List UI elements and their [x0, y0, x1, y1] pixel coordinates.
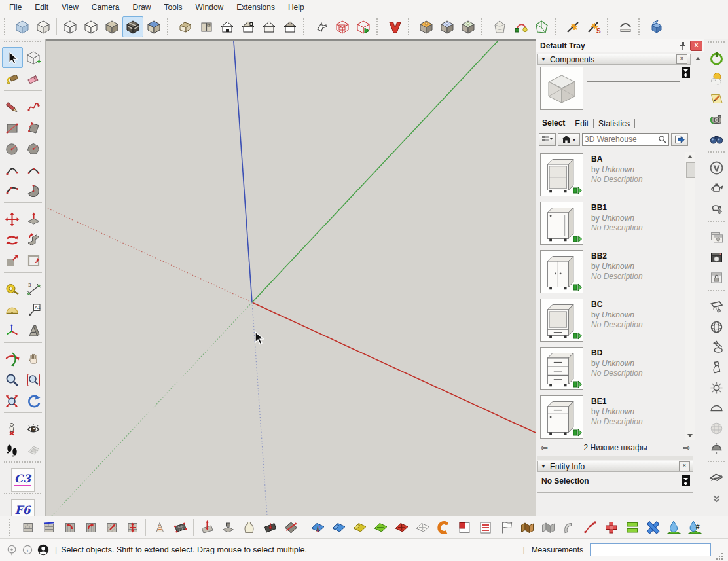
frame-buffer-button[interactable] [706, 247, 727, 268]
menu-window[interactable]: Window [189, 1, 230, 14]
menu-tools[interactable]: Tools [158, 1, 189, 14]
light-ies-button[interactable] [706, 357, 727, 378]
home-dropdown-icon[interactable]: ▼ [572, 137, 577, 142]
toolbar-grip[interactable] [4, 18, 10, 35]
drawing-canvas[interactable] [46, 39, 536, 516]
view-front-button[interactable] [217, 16, 238, 37]
walk-button[interactable] [2, 439, 23, 460]
light-rect-button[interactable] [706, 297, 727, 317]
toolbar-grip[interactable] [555, 18, 560, 35]
toolbar-grip[interactable] [481, 18, 487, 35]
curve-anim-button[interactable] [510, 16, 531, 37]
toolbar-grip[interactable] [607, 18, 613, 35]
blue-box-button[interactable] [646, 16, 667, 37]
follow-me-button[interactable] [24, 229, 45, 250]
polygon-button[interactable] [24, 138, 45, 159]
zoom-window-button[interactable] [24, 369, 45, 390]
sandbox-drape-button[interactable] [238, 517, 259, 538]
tab-statistics[interactable]: Statistics [595, 119, 633, 128]
zoom-button[interactable] [2, 369, 23, 390]
pointing-hand-button[interactable] [311, 16, 332, 37]
style-monochrome-button[interactable] [143, 16, 164, 37]
tray-close-icon[interactable]: x [690, 41, 702, 51]
tray-scroll-up[interactable] [693, 54, 702, 63]
light-half-dome-button[interactable] [706, 439, 727, 459]
three-point-arc-button[interactable] [2, 180, 23, 201]
components-section-header[interactable]: ▼ Components × [537, 54, 691, 65]
freehand-button[interactable] [24, 96, 45, 117]
split-green-button[interactable] [621, 517, 642, 538]
prev-page-icon[interactable]: ⇦ [536, 443, 552, 453]
protractor-button[interactable] [2, 299, 23, 320]
eraser-button[interactable] [24, 68, 45, 89]
paint-bucket-button[interactable] [2, 68, 23, 89]
entity-info-section-header[interactable]: ▼ Entity Info × [537, 461, 693, 472]
view-iso-button[interactable] [175, 16, 196, 37]
light-dome-button[interactable] [706, 398, 727, 418]
line-button[interactable] [2, 96, 23, 117]
entity-info-close-icon[interactable]: × [679, 461, 690, 471]
sandbox-stamp-button[interactable] [217, 517, 238, 538]
arc-flatten-button[interactable] [615, 16, 636, 37]
toolbar-grip[interactable] [708, 151, 725, 156]
light-sphere-button[interactable] [706, 317, 727, 337]
collapse-triangle-icon[interactable]: ▼ [541, 463, 546, 469]
texture-skew-button[interactable] [101, 517, 122, 538]
style-hidden-line-button[interactable] [81, 16, 101, 37]
sandbox-from-scratch-button[interactable] [170, 517, 191, 538]
previous-button[interactable] [24, 390, 45, 411]
collapse-triangle-icon[interactable]: ▼ [541, 56, 546, 62]
next-page-icon[interactable]: ⇨ [679, 443, 695, 453]
geolocate-icon[interactable] [4, 542, 20, 558]
view-right-button[interactable] [238, 16, 259, 37]
menu-camera[interactable]: Camera [85, 1, 126, 14]
toolbar-grip[interactable] [4, 493, 41, 498]
cross-blue-button[interactable] [642, 517, 663, 538]
render-teapot-button[interactable] [706, 178, 727, 198]
texture-position-button[interactable] [17, 517, 38, 538]
3d-text-button[interactable] [24, 320, 45, 341]
scroll-up-button[interactable] [685, 152, 695, 161]
info-icon[interactable]: i [20, 542, 35, 558]
round-corner-orange-button[interactable] [416, 16, 437, 37]
entity-detail-toggle[interactable] [682, 475, 690, 486]
resize-grip-icon[interactable] [715, 552, 724, 561]
light-omni-button[interactable] [706, 378, 727, 398]
push-pull-button[interactable] [24, 208, 45, 229]
square-red-button[interactable] [454, 517, 475, 538]
vray-camera-button[interactable] [706, 109, 727, 129]
menu-extensions[interactable]: Extensions [230, 1, 282, 14]
menu-draw[interactable]: Draw [126, 1, 158, 14]
component-name-field[interactable] [587, 68, 680, 82]
frame-buffer-lock-button[interactable] [706, 268, 727, 288]
texture-rotate-right-button[interactable] [80, 517, 101, 538]
dimension-button[interactable]: 3 [24, 278, 45, 299]
sandbox-from-contours-button[interactable] [149, 517, 170, 538]
wire-shape-button[interactable] [531, 16, 552, 37]
curve-points-button[interactable] [579, 517, 600, 538]
vray-logo-button[interactable] [384, 16, 405, 37]
measurements-input[interactable] [590, 543, 711, 556]
toolbar-grip[interactable] [167, 18, 173, 35]
texture-position-blue-button[interactable] [38, 517, 59, 538]
make-component-button[interactable] [24, 47, 45, 68]
rotate-button[interactable] [2, 229, 23, 250]
chevron-more-button[interactable] [706, 488, 727, 508]
toolbar-grip[interactable] [4, 41, 41, 46]
sandbox-smoove-button[interactable] [196, 517, 217, 538]
orbit-button[interactable] [2, 348, 23, 369]
plane-red-button[interactable] [391, 517, 412, 538]
drop-hash-button[interactable]: # [684, 517, 705, 538]
plugin-c3-button[interactable]: C3 [11, 468, 35, 492]
loop-orange-button[interactable] [433, 517, 454, 538]
hook-gray-button[interactable] [558, 517, 579, 538]
select-button[interactable] [2, 47, 23, 68]
vray-logo-gray-button[interactable] [706, 158, 727, 178]
plane-blue-hash-button[interactable]: # [307, 517, 328, 538]
component-detail-toggle[interactable] [682, 67, 690, 78]
tray-splitter[interactable] [537, 456, 693, 460]
section-plane-button[interactable] [24, 439, 45, 460]
search-input[interactable] [583, 135, 657, 144]
advanced-search-button[interactable] [671, 133, 688, 146]
components-close-icon[interactable]: × [676, 54, 687, 64]
